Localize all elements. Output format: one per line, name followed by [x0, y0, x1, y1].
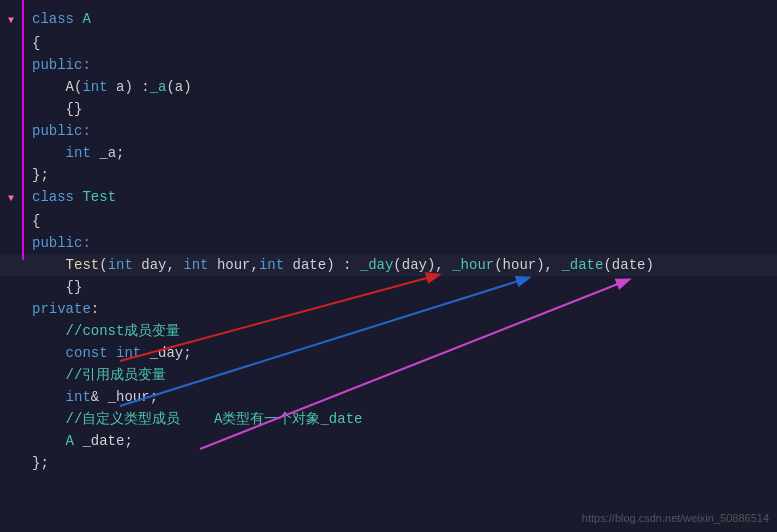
fold-gutter-9[interactable]: ▼: [8, 188, 28, 210]
code-line-13: {}: [0, 276, 777, 298]
code-line-6: public:: [0, 120, 777, 142]
code-line-20: A _date;: [0, 430, 777, 452]
code-line-16: const int _day;: [0, 342, 777, 364]
code-line-14: private:: [0, 298, 777, 320]
code-line-21: };: [0, 452, 777, 474]
code-line-19: //自定义类型成员 A类型有一个对象_date: [0, 408, 777, 430]
code-line-7: int _a;: [0, 142, 777, 164]
code-line-3: public:: [0, 54, 777, 76]
watermark: https://blog.csdn.net/weixin_50886514: [582, 512, 769, 524]
code-line-17: //引用成员变量: [0, 364, 777, 386]
code-line-10: {: [0, 210, 777, 232]
code-line-5: {}: [0, 98, 777, 120]
code-line-11: public:: [0, 232, 777, 254]
code-line-8: };: [0, 164, 777, 186]
code-line-4: A(int a) :_a(a): [0, 76, 777, 98]
code-line-15: //const成员变量: [0, 320, 777, 342]
code-line-1: ▼ class A: [0, 8, 777, 32]
fold-gutter-1[interactable]: ▼: [8, 10, 28, 32]
code-line-9: ▼ class Test: [0, 186, 777, 210]
code-editor: ▼ class A { public: A(int a) :_a(a) {} p…: [0, 0, 777, 532]
code-line-2: {: [0, 32, 777, 54]
code-line-12: Test(int day, int hour,int date) : _day(…: [0, 254, 777, 276]
code-line-18: int& _hour;: [0, 386, 777, 408]
